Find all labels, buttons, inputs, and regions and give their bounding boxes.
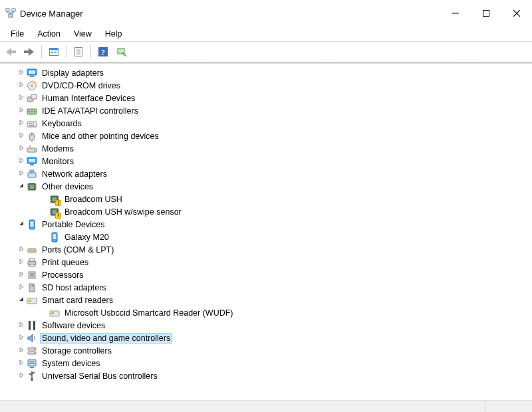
tree-item-label: Other devices (40, 181, 95, 192)
expand-icon[interactable] (17, 271, 25, 278)
svg-point-70 (31, 227, 33, 229)
back-button[interactable] (3, 44, 19, 60)
menu-file[interactable]: File (4, 28, 31, 40)
tree-item-label: Monitors (40, 156, 76, 167)
expand-icon[interactable] (17, 132, 25, 140)
tree-item-sdhost[interactable]: SD host adapters (0, 281, 532, 294)
svg-rect-41 (28, 173, 36, 177)
status-pane (485, 401, 532, 412)
window-title: Device Manager (20, 9, 440, 19)
tree-item-proc[interactable]: Processors (0, 268, 532, 281)
collapse-icon[interactable] (17, 221, 25, 228)
svg-point-37 (34, 150, 35, 151)
monitor-icon (27, 156, 37, 167)
menu-help[interactable]: Help (98, 28, 129, 40)
tree-item-printq[interactable]: Print queues (0, 256, 532, 268)
tree-item-label: Human Interface Devices (40, 93, 137, 104)
tree-item-display[interactable]: Display adapters (0, 66, 532, 79)
tree-item-label: Portable Devices (40, 219, 107, 230)
expand-icon[interactable] (17, 246, 25, 253)
monitor-blue-icon (27, 68, 37, 78)
svg-rect-89 (51, 312, 54, 314)
svg-rect-33 (29, 125, 35, 126)
minimize-button[interactable] (440, 0, 471, 27)
expand-icon[interactable] (17, 157, 25, 165)
svg-rect-39 (29, 159, 35, 162)
svg-rect-40 (30, 164, 34, 165)
device-tree[interactable]: Display adaptersDVD/CD-ROM drivesHuman I… (0, 64, 532, 400)
menu-view[interactable]: View (67, 28, 98, 40)
tree-item-galaxy[interactable]: Galaxy M20 (0, 231, 532, 243)
close-button[interactable] (501, 0, 532, 27)
tree-item-network[interactable]: Network adapters (0, 167, 532, 180)
help-button[interactable]: ? (95, 44, 111, 60)
tree-item-label: Mice and other pointing devices (40, 131, 161, 142)
tree-item-ports[interactable]: Ports (COM & LPT) (0, 243, 532, 256)
tree-item-wudf[interactable]: Microsoft Usbccid Smartcard Reader (WUDF… (0, 306, 532, 319)
tree-item-portable[interactable]: Portable Devices (0, 218, 532, 231)
svg-rect-4 (11, 51, 16, 53)
tree-item-smartcard[interactable]: Smart card readers (0, 294, 532, 306)
maximize-button[interactable] (471, 0, 501, 27)
tree-item-monitors[interactable]: Monitors (0, 155, 532, 167)
tree-item-dvdcd[interactable]: DVD/CD-ROM drives (0, 79, 532, 92)
svg-point-26 (29, 111, 30, 112)
svg-rect-87 (29, 300, 31, 302)
tree-item-label: Display adapters (40, 68, 106, 78)
expand-icon[interactable] (17, 284, 25, 291)
tree-item-storage[interactable]: Storage controllers (0, 344, 532, 357)
expand-icon[interactable] (17, 258, 25, 266)
expand-icon[interactable] (17, 82, 25, 89)
svg-rect-20 (30, 76, 34, 77)
expand-icon[interactable] (17, 360, 25, 367)
toolbar-separator (66, 45, 66, 58)
expand-icon[interactable] (17, 107, 25, 114)
tree-item-other[interactable]: Other devices (0, 180, 532, 193)
system-icon (27, 358, 37, 369)
svg-rect-19 (29, 70, 35, 74)
tree-item-usb[interactable]: Universal Serial Bus controllers (0, 369, 532, 382)
collapse-icon[interactable] (17, 183, 25, 190)
tree-item-label: Print queues (40, 257, 90, 268)
svg-rect-31 (31, 123, 32, 124)
cpu-icon (27, 270, 37, 280)
tree-item-system[interactable]: System devices (0, 357, 532, 369)
toolbar: ? (0, 42, 532, 62)
scan-hardware-button[interactable] (114, 44, 130, 60)
tree-item-bush[interactable]: !Broadcom USH (0, 193, 532, 205)
tree-item-label: Software devices (40, 320, 107, 331)
collapse-icon[interactable] (17, 296, 25, 304)
svg-rect-5 (24, 51, 29, 53)
expand-icon[interactable] (17, 120, 25, 127)
tree-item-hid[interactable]: Human Interface Devices (0, 92, 532, 104)
expand-icon[interactable] (17, 334, 25, 342)
tree-item-keyboards[interactable]: Keyboards (0, 117, 532, 130)
expand-icon[interactable] (17, 322, 25, 329)
svg-rect-3 (483, 11, 489, 17)
expand-icon[interactable] (17, 94, 25, 102)
expand-icon[interactable] (17, 170, 25, 177)
expand-icon[interactable] (17, 372, 25, 379)
network-icon (27, 169, 37, 179)
tree-item-bushsw[interactable]: !Broadcom USH w/swipe sensor (0, 205, 532, 218)
forward-button[interactable] (21, 44, 37, 60)
tree-item-softdev[interactable]: Software devices (0, 319, 532, 332)
tree-item-ide[interactable]: IDE ATA/ATAPI controllers (0, 104, 532, 117)
tree-item-sound[interactable]: Sound, video and game controllers (0, 332, 532, 344)
expand-icon[interactable] (17, 347, 25, 354)
svg-rect-103 (33, 372, 35, 373)
properties-button[interactable] (70, 44, 86, 60)
svg-point-77 (33, 250, 35, 251)
mouse-icon (27, 131, 37, 142)
menu-action[interactable]: Action (31, 28, 67, 40)
show-hidden-button[interactable] (46, 44, 62, 60)
svg-rect-84 (32, 284, 33, 286)
usb-icon (27, 371, 37, 381)
ata-icon (27, 106, 37, 116)
expand-icon[interactable] (17, 69, 25, 76)
tree-item-modems[interactable]: Modems (0, 142, 532, 155)
tree-item-mice[interactable]: Mice and other pointing devices (0, 130, 532, 142)
expand-icon[interactable] (17, 145, 25, 152)
tree-item-label: Broadcom USH (63, 194, 124, 205)
tree-item-label: Universal Serial Bus controllers (40, 371, 160, 381)
